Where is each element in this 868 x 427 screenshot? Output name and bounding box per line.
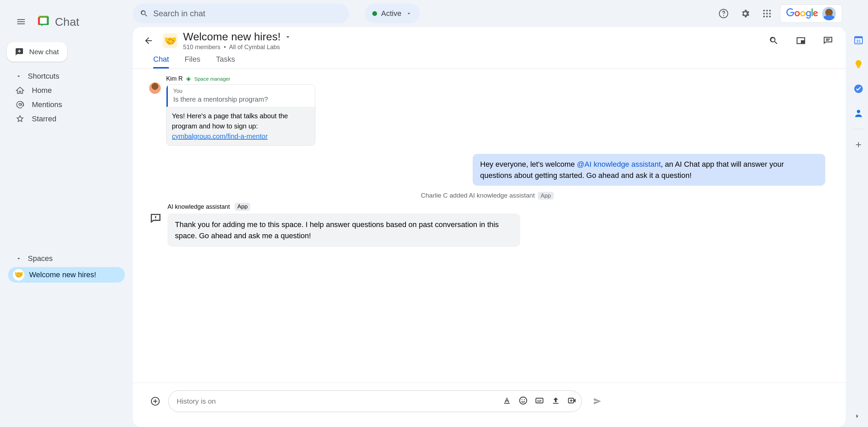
search-in-space-button[interactable] [765, 32, 783, 49]
diamond-icon: ◈ [186, 75, 191, 82]
home-icon [16, 86, 24, 95]
star-icon [16, 115, 24, 123]
shortcuts-header[interactable]: Shortcuts [0, 69, 133, 83]
app-badge: App [538, 192, 553, 200]
handshake-icon: 🤝 [13, 269, 24, 281]
svg-point-5 [763, 10, 765, 12]
system-message: Charlie C added AI knowledge assistant A… [149, 192, 825, 199]
get-addons-button[interactable] [852, 139, 865, 151]
side-panel-rail: 31 [849, 0, 868, 427]
contacts-app-button[interactable] [852, 107, 865, 119]
main-menu-button[interactable] [12, 13, 30, 30]
author-name: Kim R [166, 75, 183, 82]
caret-down-icon [16, 256, 22, 262]
emoji-button[interactable] [518, 396, 528, 407]
status-selector[interactable]: Active [365, 4, 420, 23]
at-icon [16, 100, 24, 109]
divider [853, 129, 864, 129]
message-input[interactable] [177, 397, 499, 405]
author-name: AI knowledge assistant [167, 203, 230, 210]
space-avatar: 🤝 [163, 33, 178, 48]
svg-point-11 [763, 16, 765, 17]
svg-rect-3 [40, 18, 47, 24]
message-ai-assistant: AI knowledge assistant App Thank you for… [149, 203, 825, 247]
svg-point-17 [521, 399, 522, 400]
svg-point-9 [766, 13, 768, 15]
status-dot-icon [372, 11, 377, 16]
shortcut-starred[interactable]: Starred [0, 112, 133, 126]
svg-text:GIF: GIF [537, 400, 542, 403]
space-item-welcome-new-hires[interactable]: 🤝 Welcome new hires! [8, 267, 125, 283]
reply-body: Yes! Here's a page that talks about the … [166, 107, 315, 145]
main-area: Search in chat Active 🤝 [133, 0, 849, 427]
gif-button[interactable]: GIF [535, 396, 544, 407]
space-content: 🤝 Welcome new hires! 510 members • All o… [133, 27, 846, 427]
svg-point-10 [769, 13, 771, 15]
svg-point-4 [723, 15, 724, 16]
quoted-text: Is there a mentorship program? [173, 96, 310, 103]
tasks-app-button[interactable] [852, 83, 865, 95]
apps-button[interactable] [758, 5, 776, 22]
spaces-header[interactable]: Spaces [0, 251, 133, 266]
svg-rect-14 [801, 40, 804, 43]
add-attachment-button[interactable] [149, 395, 161, 407]
tab-chat[interactable]: Chat [153, 55, 169, 68]
svg-point-6 [766, 10, 768, 12]
svg-point-18 [524, 399, 525, 400]
new-chat-button[interactable]: New chat [7, 42, 67, 62]
app-name: Chat [55, 15, 79, 28]
message-list: Kim R ◈ Space manager You Is there a men… [133, 69, 846, 383]
keep-app-button[interactable] [852, 58, 865, 70]
toggle-panel-button[interactable] [792, 32, 810, 49]
message-outgoing[interactable]: Hey everyone, let's welcome @AI knowledg… [473, 154, 825, 186]
back-button[interactable] [140, 32, 157, 49]
avatar-kim[interactable] [149, 82, 161, 94]
side-panel-toggle[interactable] [851, 410, 863, 422]
search-placeholder: Search in chat [153, 9, 205, 18]
help-button[interactable] [715, 5, 732, 22]
role-badge: Space manager [194, 76, 230, 82]
app-badge: App [235, 203, 250, 211]
shortcut-mentions[interactable]: Mentions [0, 98, 133, 112]
user-avatar[interactable] [822, 7, 836, 20]
shortcut-home[interactable]: Home [0, 83, 133, 98]
svg-point-16 [520, 397, 527, 404]
quoted-author: You [173, 88, 310, 94]
search-icon [140, 9, 149, 18]
mention-ai-assistant[interactable]: @AI knowledge assistant [577, 160, 660, 168]
chevron-down-icon [406, 10, 412, 17]
chevron-down-icon [284, 33, 292, 41]
space-tabs: Chat Files Tasks [133, 51, 846, 69]
svg-point-27 [857, 110, 860, 113]
upload-file-button[interactable] [551, 396, 560, 407]
calendar-app-button[interactable]: 31 [852, 34, 865, 46]
google-account[interactable] [780, 4, 842, 23]
tab-tasks[interactable]: Tasks [216, 55, 235, 68]
tab-files[interactable]: Files [184, 55, 200, 68]
video-meet-button[interactable] [567, 396, 577, 407]
top-bar: Search in chat Active [133, 0, 849, 27]
thread-panel-button[interactable] [819, 32, 837, 49]
search-input[interactable]: Search in chat [133, 4, 349, 23]
chat-logo[interactable]: Chat [37, 15, 79, 28]
settings-button[interactable] [736, 5, 754, 22]
svg-point-12 [766, 16, 768, 17]
svg-point-8 [763, 13, 765, 15]
new-chat-icon [15, 47, 24, 56]
ai-message-body[interactable]: Thank you for adding me to this space. I… [167, 214, 520, 247]
svg-rect-23 [855, 37, 863, 38]
quoted-reply-card[interactable]: You Is there a mentorship program? Yes! … [166, 84, 315, 146]
svg-point-13 [769, 16, 771, 17]
format-text-button[interactable] [502, 396, 512, 407]
svg-point-7 [769, 10, 771, 12]
google-logo-icon [786, 8, 818, 19]
compose-field[interactable]: GIF [168, 390, 582, 412]
compose-area: GIF [133, 383, 846, 427]
left-sidebar: Chat New chat Shortcuts Home Mentions St… [0, 0, 133, 427]
send-button[interactable] [589, 392, 606, 410]
avatar-ai-assistant[interactable] [149, 213, 162, 226]
space-subtitle: 510 members • All of Cymbal Labs [183, 44, 292, 51]
mentor-link[interactable]: cymbalgroup.com/find-a-mentor [172, 133, 268, 140]
space-title-button[interactable]: Welcome new hires! [183, 30, 292, 43]
message-kim: Kim R ◈ Space manager You Is there a men… [149, 75, 825, 146]
